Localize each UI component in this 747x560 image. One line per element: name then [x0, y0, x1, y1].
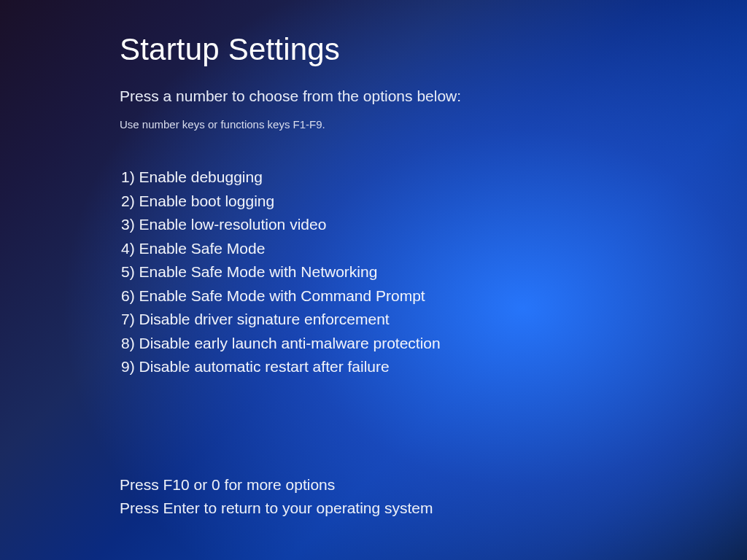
footer-instructions: Press F10 or 0 for more options Press En… [120, 473, 433, 521]
option-label: Enable Safe Mode with Command Prompt [139, 287, 425, 304]
option-number: 5 [121, 263, 130, 280]
option-number: 1 [121, 168, 130, 185]
startup-options-list: 1) Enable debugging 2) Enable boot loggi… [121, 166, 747, 379]
option-number: 2 [121, 192, 130, 209]
option-number: 7 [121, 311, 130, 327]
startup-settings-screen: Startup Settings Press a number to choos… [0, 0, 747, 560]
option-enable-boot-logging[interactable]: 2) Enable boot logging [121, 190, 747, 214]
option-enable-low-resolution-video[interactable]: 3) Enable low-resolution video [121, 213, 747, 237]
option-disable-automatic-restart[interactable]: 9) Disable automatic restart after failu… [121, 355, 747, 379]
option-label: Enable low-resolution video [139, 216, 327, 233]
option-label: Enable Safe Mode [139, 240, 266, 257]
instruction-subtitle: Press a number to choose from the option… [120, 88, 747, 105]
option-label: Disable early launch anti-malware protec… [139, 335, 441, 351]
option-label: Enable boot logging [139, 192, 275, 209]
option-number: 4 [121, 240, 130, 257]
page-title: Startup Settings [120, 32, 747, 67]
option-enable-debugging[interactable]: 1) Enable debugging [121, 166, 747, 190]
option-disable-driver-signature-enforcement[interactable]: 7) Disable driver signature enforcement [121, 308, 747, 332]
option-label: Disable driver signature enforcement [139, 311, 390, 327]
key-hint: Use number keys or functions keys F1-F9. [120, 118, 747, 131]
option-number: 6 [121, 287, 130, 304]
option-number: 9 [121, 358, 130, 375]
option-enable-safe-mode[interactable]: 4) Enable Safe Mode [121, 237, 747, 261]
option-label: Enable Safe Mode with Networking [139, 263, 378, 280]
more-options-hint: Press F10 or 0 for more options [120, 473, 433, 497]
option-label: Enable debugging [139, 168, 263, 185]
option-enable-safe-mode-command-prompt[interactable]: 6) Enable Safe Mode with Command Prompt [121, 284, 747, 308]
option-number: 8 [121, 335, 130, 351]
option-label: Disable automatic restart after failure [139, 358, 390, 375]
option-number: 3 [121, 216, 130, 233]
option-disable-early-launch-anti-malware[interactable]: 8) Disable early launch anti-malware pro… [121, 332, 747, 356]
option-enable-safe-mode-networking[interactable]: 5) Enable Safe Mode with Networking [121, 260, 747, 284]
return-hint: Press Enter to return to your operating … [120, 497, 433, 521]
